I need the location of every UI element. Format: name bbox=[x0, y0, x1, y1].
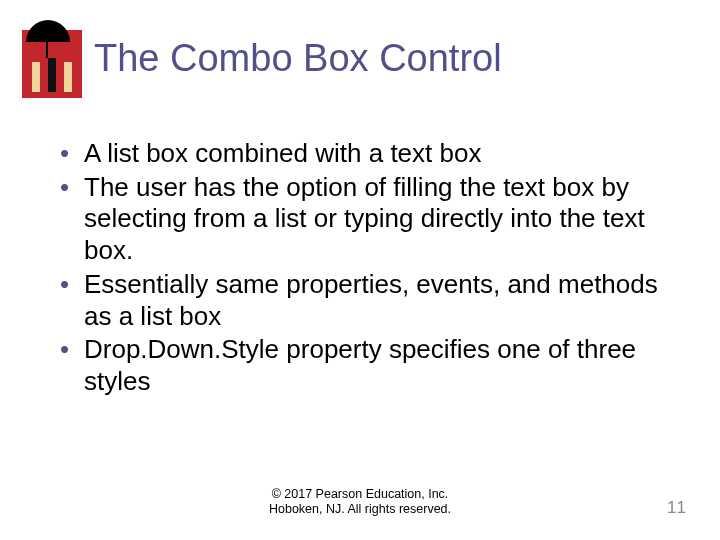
bullet-item: Essentially same properties, events, and… bbox=[58, 269, 680, 332]
footer-line-1: © 2017 Pearson Education, Inc. bbox=[0, 487, 720, 503]
footer-line-2: Hoboken, NJ. All rights reserved. bbox=[0, 502, 720, 518]
bullet-list: A list box combined with a text box The … bbox=[58, 138, 680, 400]
page-number: 11 bbox=[667, 498, 686, 518]
copyright-footer: © 2017 Pearson Education, Inc. Hoboken, … bbox=[0, 487, 720, 518]
slide-header: The Combo Box Control bbox=[22, 20, 698, 98]
bullet-item: Drop.Down.Style property specifies one o… bbox=[58, 334, 680, 397]
slide: The Combo Box Control A list box combine… bbox=[0, 0, 720, 540]
logo-icon bbox=[22, 20, 82, 98]
slide-title: The Combo Box Control bbox=[94, 38, 502, 80]
bullet-item: The user has the option of filling the t… bbox=[58, 172, 680, 267]
bullet-item: A list box combined with a text box bbox=[58, 138, 680, 170]
